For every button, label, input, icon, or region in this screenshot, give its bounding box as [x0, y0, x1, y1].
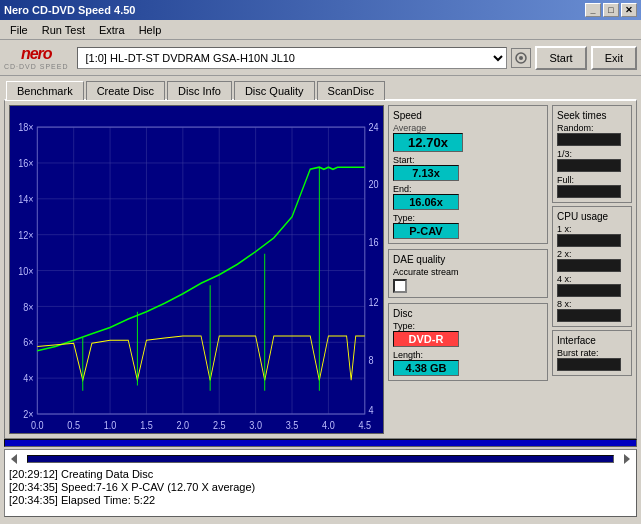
tabs-row: Benchmark Create Disc Disc Info Disc Qua…: [0, 76, 641, 99]
right-panel: Speed Average 12.70x Start: 7.13x End: 1…: [388, 105, 548, 434]
tab-disc-quality[interactable]: Disc Quality: [234, 81, 315, 100]
svg-text:2.0: 2.0: [177, 419, 190, 431]
menu-help[interactable]: Help: [133, 23, 168, 37]
cpu-panel: CPU usage 1 x: 2 x: 4 x: 8 x:: [552, 206, 632, 327]
toolbar: nero CD·DVD SPEED [1:0] HL-DT-ST DVDRAM …: [0, 40, 641, 76]
seek-panel: Seek times Random: 1/3: Full:: [552, 105, 632, 203]
disc-panel: Disc Type: DVD-R Length: 4.38 GB: [388, 303, 548, 381]
svg-text:0.0: 0.0: [31, 419, 44, 431]
drive-select[interactable]: [1:0] HL-DT-ST DVDRAM GSA-H10N JL10: [77, 47, 508, 69]
window-title: Nero CD-DVD Speed 4.50: [4, 4, 135, 16]
menu-file[interactable]: File: [4, 23, 34, 37]
disc-type-value: DVD-R: [393, 331, 459, 347]
svg-text:4: 4: [368, 404, 374, 416]
one-third-value: [557, 159, 621, 172]
svg-text:4×: 4×: [23, 373, 34, 385]
scroll-right-icon[interactable]: [618, 452, 632, 466]
svg-text:3.5: 3.5: [286, 419, 299, 431]
disc-title: Disc: [393, 308, 543, 319]
scroll-left-icon[interactable]: [9, 452, 23, 466]
menu-bar: File Run Test Extra Help: [0, 20, 641, 40]
svg-text:4.0: 4.0: [322, 419, 335, 431]
log-line-1: [20:29:12] Creating Data Disc: [9, 468, 632, 480]
menu-run-test[interactable]: Run Test: [36, 23, 91, 37]
svg-text:8: 8: [368, 355, 374, 367]
progress-bar-fill: [5, 440, 636, 446]
logo-nero: nero: [21, 45, 52, 63]
start-label: Start:: [393, 155, 459, 165]
svg-text:1.5: 1.5: [140, 419, 153, 431]
svg-marker-54: [624, 454, 630, 464]
tab-benchmark[interactable]: Benchmark: [6, 81, 84, 100]
svg-point-1: [519, 56, 523, 60]
start-value: 7.13x: [393, 165, 459, 181]
svg-marker-53: [11, 454, 17, 464]
log-progress-bar: [27, 455, 614, 463]
svg-text:14×: 14×: [18, 193, 34, 205]
one-third-label: 1/3:: [557, 149, 627, 159]
svg-text:8×: 8×: [23, 301, 34, 313]
average-label: Average: [393, 123, 543, 133]
cpu-2x-label: 2 x:: [557, 249, 627, 259]
random-label: Random:: [557, 123, 627, 133]
tab-create-disc[interactable]: Create Disc: [86, 81, 165, 100]
maximize-button[interactable]: □: [603, 3, 619, 17]
cpu-2x-value: [557, 259, 621, 272]
type-label: Type:: [393, 213, 543, 223]
close-button[interactable]: ✕: [621, 3, 637, 17]
svg-text:20: 20: [368, 179, 379, 191]
end-value: 16.06x: [393, 194, 459, 210]
log-area: [20:29:12] Creating Data Disc [20:34:35]…: [4, 449, 637, 517]
minimize-button[interactable]: _: [585, 3, 601, 17]
cpu-4x-value: [557, 284, 621, 297]
svg-text:24: 24: [368, 122, 379, 134]
chart-area: 18× 16× 14× 12× 10× 8× 6× 4× 2× 24 20 16…: [9, 105, 384, 434]
full-value: [557, 185, 621, 198]
svg-rect-2: [10, 106, 383, 433]
cpu-8x-label: 8 x:: [557, 299, 627, 309]
progress-bar-outer: [4, 439, 637, 447]
svg-text:4.5: 4.5: [358, 419, 371, 431]
logo: nero CD·DVD SPEED: [4, 45, 73, 70]
random-value: [557, 133, 621, 146]
svg-text:16×: 16×: [18, 158, 34, 170]
accurate-stream-checkbox[interactable]: [393, 279, 407, 293]
logo-sub: CD·DVD SPEED: [4, 63, 69, 70]
type-value: P-CAV: [393, 223, 459, 239]
start-group: Start: 7.13x: [393, 155, 459, 181]
svg-text:10×: 10×: [18, 265, 34, 277]
log-line-3: [20:34:35] Elapsed Time: 5:22: [9, 494, 632, 506]
chart-svg: 18× 16× 14× 12× 10× 8× 6× 4× 2× 24 20 16…: [10, 106, 383, 433]
interface-title: Interface: [557, 335, 627, 346]
cpu-4x-label: 4 x:: [557, 274, 627, 284]
cpu-1x-value: [557, 234, 621, 247]
start-button[interactable]: Start: [535, 46, 586, 70]
tab-scandisc[interactable]: ScanDisc: [317, 81, 385, 100]
disc-length-label: Length:: [393, 350, 543, 360]
svg-text:12: 12: [368, 297, 378, 309]
svg-text:2.5: 2.5: [213, 419, 226, 431]
svg-text:18×: 18×: [18, 122, 34, 134]
end-group: End: 16.06x: [393, 184, 543, 210]
tab-disc-info[interactable]: Disc Info: [167, 81, 232, 100]
type-group: Type: P-CAV: [393, 213, 543, 239]
dae-panel: DAE quality Accurate stream: [388, 249, 548, 298]
burst-label: Burst rate:: [557, 348, 627, 358]
seek-title: Seek times: [557, 110, 627, 121]
cpu-1x-label: 1 x:: [557, 224, 627, 234]
svg-text:6×: 6×: [23, 337, 34, 349]
drive-icon[interactable]: [511, 48, 531, 68]
exit-button[interactable]: Exit: [591, 46, 637, 70]
svg-text:12×: 12×: [18, 229, 34, 241]
svg-text:0.5: 0.5: [67, 419, 80, 431]
log-header: [9, 452, 632, 466]
main-content: 18× 16× 14× 12× 10× 8× 6× 4× 2× 24 20 16…: [4, 99, 637, 439]
speed-panel: Speed Average 12.70x Start: 7.13x End: 1…: [388, 105, 548, 244]
speed-title: Speed: [393, 110, 543, 121]
cpu-8x-value: [557, 309, 621, 322]
full-label: Full:: [557, 175, 627, 185]
average-value: 12.70x: [393, 133, 463, 152]
menu-extra[interactable]: Extra: [93, 23, 131, 37]
seek-cpu-panel: Seek times Random: 1/3: Full: CPU usage …: [552, 105, 632, 434]
svg-text:1.0: 1.0: [104, 419, 117, 431]
